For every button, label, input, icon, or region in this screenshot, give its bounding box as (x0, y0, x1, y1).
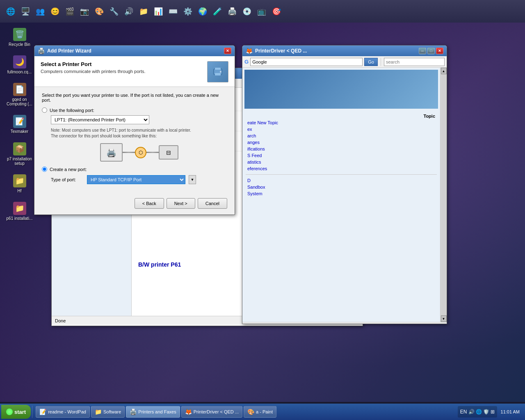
toolbar-icon-11[interactable]: 📊 (152, 5, 165, 18)
port-type-dropdown-arrow[interactable]: ▼ (189, 175, 196, 184)
browser-scrollbar[interactable]: ▲ ▼ (440, 68, 447, 322)
forum-item-ex[interactable]: ex (246, 126, 437, 132)
toolbar-icon-2[interactable]: 🖥️ (19, 5, 32, 18)
software-taskbar-icon: 📁 (95, 409, 102, 415)
forum-item-d[interactable]: D (246, 177, 437, 184)
toolbar-icon-17[interactable]: 💿 (240, 5, 253, 18)
desktop-icon-p61[interactable]: 📁 p61 installati... (4, 201, 35, 222)
port-select-dropdown[interactable]: LPT1: (Recommended Printer Port) (51, 115, 149, 124)
texmaker-icon: 📝 (13, 115, 26, 128)
port-type-dropdown[interactable]: HP Standard TCP/IP Port (87, 175, 185, 184)
wizard-header-subtitle: Computers communicate with printers thro… (41, 69, 146, 74)
toolbar-icon-18[interactable]: 📺 (255, 5, 268, 18)
next-button[interactable]: Next > (167, 198, 195, 209)
forum-item-statistics[interactable]: atistics (246, 159, 437, 165)
create-new-port-row: Create a new port: (42, 167, 227, 172)
toolbar-icon-16[interactable]: 🖨️ (226, 5, 239, 18)
forum-item-sandbox[interactable]: Sandbox (246, 184, 437, 190)
toolbar-icon-19[interactable]: 🎯 (270, 5, 283, 18)
wizard-controls: ✕ (224, 48, 231, 54)
taskbar-item-software[interactable]: 📁 Software (91, 406, 125, 418)
desktop-icon-texmaker[interactable]: 📝 Texmaker (4, 114, 35, 135)
browser-titlebar[interactable]: 🦊 PrinterDriver < QED ... ─ □ ✕ (242, 46, 447, 56)
forum-item-new-topic[interactable]: eate New Topic (246, 119, 437, 126)
recycle-bin-label: Recycle Bin (9, 42, 30, 47)
create-port-label: Create a new port: (50, 167, 87, 172)
taskbar-item-wordpad[interactable]: 📝 readme - WordPad (36, 406, 90, 418)
toolbar-icon-13[interactable]: ⚙️ (181, 5, 194, 18)
toolbar-icon-12[interactable]: ⌨️ (167, 5, 180, 18)
taskbar-item-printers[interactable]: 🖨️ Printers and Faxes (126, 406, 180, 418)
toolbar-icon-14[interactable]: 🌍 (196, 5, 209, 18)
taskbar: start 📝 readme - WordPad 📁 Software 🖨️ P… (0, 404, 525, 420)
start-button[interactable]: start (1, 405, 31, 419)
create-port-radio[interactable] (42, 167, 47, 172)
toolbar-separator (381, 58, 381, 66)
connector-right-box: ⊟ (159, 145, 178, 160)
forum-item-notifications[interactable]: ifications (246, 146, 437, 152)
taskbar-item-paint[interactable]: 🎨 a - Paint (244, 406, 276, 418)
wizard-header-title: Select a Printer Port (41, 61, 146, 67)
tray-en-icon[interactable]: EN (460, 409, 467, 415)
printerdriver-taskbar-icon: 🦊 (185, 409, 192, 415)
svg-point-3 (220, 71, 221, 73)
note-line1: Note: Most computers use the LPT1: port … (51, 128, 227, 133)
forum-item-changes[interactable]: anges (246, 139, 437, 146)
desktop-icon-p7[interactable]: 📦 p7 installation setup (4, 141, 35, 167)
scroll-up-button[interactable]: ▲ (441, 68, 447, 74)
cable-right (146, 152, 159, 153)
desktop-icon-recycle-bin[interactable]: 🗑️ Recycle Bin (4, 27, 35, 48)
browser-close-button[interactable]: ✕ (436, 48, 443, 54)
toolbar-icon-5[interactable]: 🎬 (63, 5, 76, 18)
toolbar-icon-9[interactable]: 🔊 (122, 5, 135, 18)
tray-time-icon[interactable]: ⊞ (491, 409, 495, 415)
browser-minimize-button[interactable]: ─ (419, 48, 426, 54)
tray-volume-icon[interactable]: 🔊 (468, 409, 475, 415)
toolbar-icon-4[interactable]: 😊 (48, 5, 62, 18)
forum-item-references[interactable]: eferences (246, 165, 437, 172)
browser-window-icon: 🦊 (246, 48, 253, 54)
toolbar-icon-7[interactable]: 🎨 (93, 5, 106, 18)
browser-maximize-button[interactable]: □ (427, 48, 435, 54)
tray-network-icon[interactable]: 🌐 (476, 409, 482, 415)
tray-shield-icon[interactable]: 🛡️ (483, 409, 489, 415)
desktop-icon-hf[interactable]: 📁 Hf (4, 173, 35, 194)
cancel-button[interactable]: Cancel (198, 198, 227, 209)
forum-item-search[interactable]: arch (246, 132, 437, 139)
toolbar-icon-8[interactable]: 🔧 (107, 5, 121, 18)
port-type-label: Type of port: (51, 177, 84, 182)
browser-window-controls: ─ □ ✕ (419, 48, 443, 54)
wizard-footer: < Back Next > Cancel (34, 194, 235, 215)
printer-left-box: 🖨️ (100, 143, 123, 162)
toolbar-icon-10[interactable]: 📁 (137, 5, 150, 18)
desktop-icon-fullmoon[interactable]: 🌙 fullmoon.cq... (4, 54, 35, 75)
wordpad-taskbar-icon: 📝 (39, 409, 46, 415)
wizard-titlebar[interactable]: 🖨️ Add Printer Wizard ✕ (34, 46, 235, 56)
toolbar-icon-15[interactable]: 🧪 (211, 5, 224, 18)
wizard-header: Select a Printer Port Computers communic… (34, 56, 235, 87)
scroll-track[interactable] (441, 74, 447, 315)
toolbar-icon-3[interactable]: 👥 (34, 5, 47, 18)
browser-go-button[interactable]: Go (364, 58, 378, 66)
desktop-icon-gqed[interactable]: 📄 gqed on Computing (... (4, 82, 35, 107)
forum-item-feed[interactable]: S Feed (246, 152, 437, 159)
system-tray: EN 🔊 🌐 🛡️ ⊞ (458, 406, 497, 418)
port-type-row: Type of port: HP Standard TCP/IP Port ▼ (51, 175, 227, 184)
toolbar-icon-1[interactable]: 🌐 (4, 5, 17, 18)
note-line2: The connector for this port should look … (51, 133, 227, 139)
back-button[interactable]: < Back (135, 198, 164, 209)
taskbar-item-printerdriver[interactable]: 🦊 PrinterDriver < QED ... (181, 406, 242, 418)
fullmoon-icon: 🌙 (13, 55, 26, 68)
wizard-close-button[interactable]: ✕ (224, 48, 231, 54)
toolbar-icon-6[interactable]: 📷 (78, 5, 91, 18)
wizard-header-icon (207, 61, 228, 82)
browser-toolbar: G Go (242, 56, 447, 68)
scroll-down-button[interactable]: ▼ (441, 315, 447, 322)
gqed-label: gqed on Computing (... (5, 97, 34, 106)
forum-item-system[interactable]: System (246, 190, 437, 197)
wizard-content: Select the port you want your printer to… (34, 87, 235, 194)
p61-label: p61 installati... (7, 216, 33, 221)
browser-search-input[interactable] (250, 58, 363, 66)
browser-search-field[interactable] (384, 58, 445, 66)
use-port-radio[interactable] (42, 107, 47, 113)
